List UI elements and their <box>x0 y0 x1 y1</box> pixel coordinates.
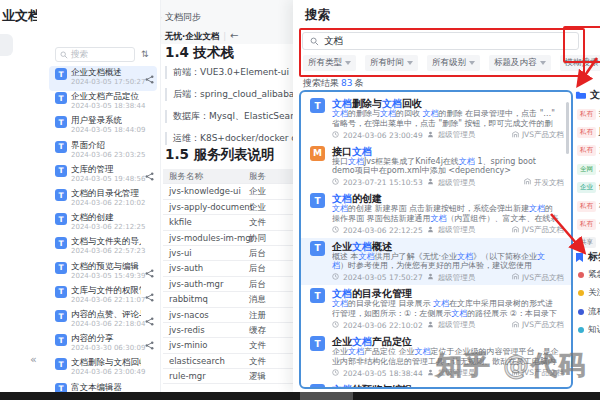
search-results-list: T文档删除与文档回收文档的删除与文档的回收 文档的删除 在目录管理中，点击 "…… <box>299 90 573 389</box>
tag-facet-item[interactable]: 流程类 <box>578 306 600 318</box>
table-row: jvs-auth-mgr后台 <box>163 277 293 292</box>
result-library: 开发文档 <box>524 178 564 188</box>
service-desc-cell: 后台 <box>249 279 266 291</box>
tag-facet-item[interactable]: 关注 <box>578 287 600 299</box>
library-facet-item[interactable]: 私有JVS产 <box>577 126 600 138</box>
search-keyword-highlight: 文档 <box>433 299 449 308</box>
sidebar-doc-item[interactable]: T文库的管理2024-03-05 19:48:56 <box>49 163 157 187</box>
search-query-input[interactable]: 文档 <box>302 32 579 50</box>
tag-name: 流程类 <box>588 306 600 318</box>
sidebar-doc-item[interactable]: T内容的点赞、评论与…2024-03-06 22:18:04 <box>49 308 157 332</box>
table-header-row: 服务名称服务 <box>163 169 293 184</box>
library-icon <box>524 178 531 187</box>
result-author: 超级管理员 <box>438 368 476 378</box>
search-result-item[interactable]: T文档删除与文档回收文档的删除与文档的回收 文档的删除 在目录管理中，点击 "…… <box>301 95 571 142</box>
doc-heading-2: 1.5 服务列表说明 <box>165 146 275 164</box>
doc-date: 2024-03-05 15:49:39 <box>71 272 145 280</box>
doc-icon: T <box>55 237 67 249</box>
search-filter-dropdown[interactable]: 所有类型 <box>303 55 356 71</box>
service-desc-cell: 后台 <box>249 248 266 260</box>
table-row: jvs-minio文件 <box>163 338 293 353</box>
library-facet-item[interactable]: 私有投资 <box>577 108 600 120</box>
filter-label: 所有时间 <box>370 57 404 69</box>
sidebar-doc-item[interactable]: T用户登录系统2024-03-05 18:44:09 <box>49 114 157 138</box>
sidebar-doc-item[interactable]: T文库与文件的权限管理2024-03-06 22:11:07 <box>49 284 157 308</box>
table-row: jvs-apply-document企业 <box>163 200 293 215</box>
search-result-item[interactable]: M接口文档接口文档Jvs框架集成了Knife4j在线文档 1、spring bo… <box>301 143 571 190</box>
sidebar-doc-item[interactable]: T文档的目录化管理2024-03-06 22:10:02 <box>49 187 157 211</box>
library-facet-item[interactable]: 企业font <box>577 182 600 193</box>
search-result-item[interactable]: T文档的预览与编辑 <box>301 381 571 389</box>
breadcrumb-item[interactable]: 无忧·企业文档 <box>165 31 219 41</box>
back-arrow-icon[interactable]: ← <box>230 30 238 41</box>
result-author: 超级管理员 <box>438 320 476 330</box>
sidebar-doc-item[interactable]: T文档的创建2024-03-06 22:12:25 <box>49 211 157 235</box>
service-name-cell: jvs-redis <box>169 325 205 335</box>
search-keyword-highlight: 文档 <box>352 146 372 157</box>
result-snippet: 概述 本文档供用户了解《无忧·企业文档》（以下简称企业文档）时参考使用，为使您有… <box>332 252 560 271</box>
service-desc-cell: 文件 <box>249 217 266 229</box>
sidebar-doc-item[interactable]: T界面介绍2024-03-06 23:03:25 <box>49 139 157 163</box>
search-result-item[interactable]: T企业文档产品定位企业文档产品定位 企业文档定位于企业级的内容管理平台，是企业内… <box>301 333 571 380</box>
library-facet-title: 文库 <box>590 88 600 102</box>
share-icon[interactable] <box>145 166 154 175</box>
library-facet-item[interactable]: 私有产品 <box>577 145 600 157</box>
search-keyword-highlight: 文档 <box>332 193 352 204</box>
doc-date: 2024-03-05 17:50:27 <box>71 78 145 86</box>
sidebar-doc-item[interactable]: T企业文档产品定位2024-03-05 18:38:44 <box>49 90 157 114</box>
service-name-cell: jvs-ui <box>169 248 192 258</box>
share-icon[interactable] <box>145 335 154 344</box>
search-filter-dropdown[interactable]: 所有时间 <box>365 55 418 71</box>
sidebar-doc-item[interactable]: T文档的预览与编辑2024-03-05 15:49:39 <box>49 260 157 284</box>
search-result-item[interactable]: T文档的创建文档的创建 新建界面 点击新建按钮时，系统会弹出新建文档的操作界面 … <box>301 190 571 237</box>
service-desc-cell: 企业 <box>249 186 266 198</box>
library-facet-item[interactable]: 私有权限 <box>577 200 600 212</box>
result-date: 2024-03-06 22:12:25 <box>343 226 423 235</box>
library-facet-item[interactable]: 私有个人 <box>577 218 600 230</box>
share-icon[interactable] <box>145 263 154 272</box>
search-icon <box>60 51 68 59</box>
sort-icon[interactable]: ⇅ <box>141 49 149 59</box>
result-meta: 2023-07-21 15:10:53超级管理员开发文档 <box>332 178 564 188</box>
search-filter-dropdown[interactable]: 标题及内容 <box>489 55 551 71</box>
result-snippet: 文档的创建 新建界面 点击新建按钮时，系统会弹出新建文档的操作界面 界面包括新建… <box>332 204 560 223</box>
share-icon[interactable] <box>145 287 154 296</box>
rail-decoration <box>0 34 13 56</box>
user-icon <box>427 369 434 378</box>
result-snippet: 企业文档产品定位 企业文档定位于企业级的内容管理平台，是企业内部非结构化信息的管… <box>332 347 560 366</box>
library-facet-item[interactable]: 全网系统 <box>577 163 600 175</box>
sidebar-doc-item[interactable]: T文档与文件夹的导入2024-03-06 22:57:23 <box>49 235 157 259</box>
search-result-item[interactable]: T企业文档概述概述 本文档供用户了解《无忧·企业文档》（以下简称企业文档）时参考… <box>301 238 571 285</box>
user-icon <box>427 321 434 330</box>
share-icon[interactable] <box>145 311 154 320</box>
result-library-name: JVS产品文档 <box>522 225 564 235</box>
tag-color-dot <box>578 327 584 333</box>
doc-icon: T <box>55 286 67 298</box>
tag-facet-item[interactable]: 知识类 <box>578 324 600 336</box>
sidebar-doc-item[interactable]: T内容的分享2024-03-30 06:30:09 <box>49 332 157 356</box>
sidebar-search-input[interactable]: 搜索 <box>55 47 135 62</box>
search-result-item[interactable]: T文档的目录化管理文档的目录化管理 目录展示 文档在文库中采用目录树的形式进行管… <box>301 285 571 332</box>
result-library-name: JVS产品文档 <box>522 368 564 378</box>
search-filter-dropdown[interactable]: 所有级别 <box>427 55 480 71</box>
sidebar-doc-item[interactable]: T企业文档概述2024-03-05 17:50:27 <box>49 66 157 91</box>
doc-info-line: 前端：VUE3.0+Element-ui <box>165 66 301 79</box>
bookmark-icon <box>575 252 584 263</box>
search-filter-dropdown[interactable]: 模糊搜索 <box>560 55 600 71</box>
library-facet-item[interactable]: 共享 <box>577 237 599 248</box>
doc-info-line: 运维：K8S+docker/docker compose <box>165 132 301 145</box>
sidebar-collapse-button[interactable]: « <box>30 353 37 366</box>
tag-name: 紧急 <box>588 269 600 281</box>
tag-facet-item[interactable]: 紧急 <box>578 269 600 281</box>
result-doc-icon: T <box>310 193 325 208</box>
result-doc-icon: T <box>310 384 325 389</box>
search-icon <box>310 37 319 46</box>
doc-date: 2024-03-06 22:18:04 <box>71 320 145 328</box>
sidebar-doc-item[interactable]: T文档删除与文档回收2024-03-06 23:00:49 <box>49 356 157 380</box>
table-row: jvs-redis缓存 <box>163 323 293 338</box>
service-name-cell: jvs-nacos <box>169 310 209 320</box>
clock-icon <box>332 321 339 330</box>
search-keyword-highlight: 文档 <box>380 109 396 118</box>
table-row: kkfile文件 <box>163 215 293 230</box>
share-icon[interactable] <box>145 69 154 78</box>
